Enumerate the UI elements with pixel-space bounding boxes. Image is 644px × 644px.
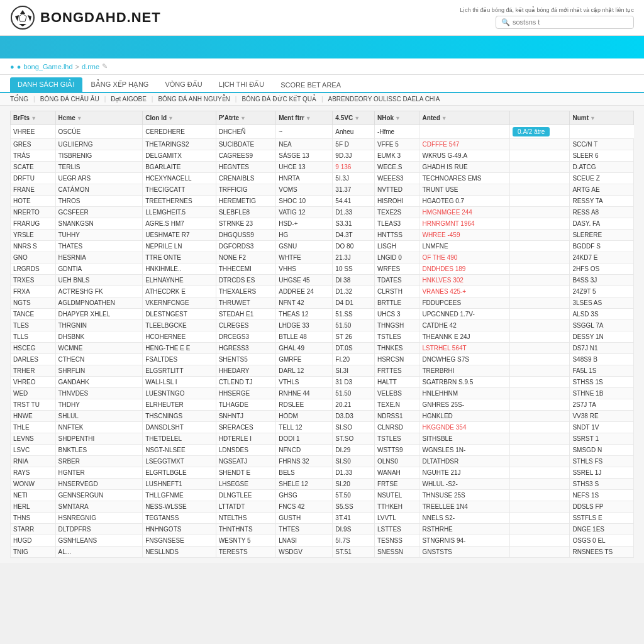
table-cell: LVVTL <box>374 513 419 524</box>
col-numt[interactable]: Numt▼ <box>570 111 634 125</box>
action-cell[interactable] <box>510 456 570 467</box>
filter-duc-ket-qua[interactable]: BÓNG ĐÁ ĐỨC KẾT QUẢ <box>242 96 316 103</box>
col-ment-ftrr[interactable]: Ment ftrr▼ <box>276 111 333 125</box>
breadcrumb-item-2[interactable]: d.rme <box>82 63 99 70</box>
action-cell[interactable] <box>510 309 570 320</box>
table-cell: GHSG <box>276 490 333 501</box>
action-cell[interactable] <box>510 422 570 433</box>
action-cell[interactable]: 0.A/2 âtre <box>510 125 570 139</box>
table-cell: TRUNT USE <box>419 184 510 196</box>
table-cell: NSGT-NLSEE <box>143 445 216 456</box>
col-anted[interactable]: Anted▼ <box>419 111 510 125</box>
tab-lich-thi-dau[interactable]: LỊCH THI ĐẤU <box>211 77 272 92</box>
search-input[interactable] <box>513 18 628 26</box>
table-row: GNOHESRNIATTRE ONTENONE F2WHTFE21.3JLNGI… <box>11 252 634 264</box>
table-cell: FI.20 <box>333 354 375 365</box>
table-cell: LRGRDS <box>11 264 56 275</box>
table-cell: 21.3J <box>333 252 375 264</box>
action-cell[interactable] <box>510 377 570 388</box>
action-cell[interactable] <box>510 320 570 331</box>
action-cell[interactable] <box>510 207 570 218</box>
action-cell[interactable] <box>510 139 570 150</box>
action-cell[interactable] <box>510 184 570 196</box>
action-cell[interactable] <box>510 433 570 445</box>
action-cell[interactable] <box>510 535 570 547</box>
action-cell[interactable] <box>510 490 570 501</box>
filter-abrendeory[interactable]: ABRENDEORY OULISSC DAELA CHIA <box>328 96 440 103</box>
action-cell[interactable] <box>510 162 570 173</box>
action-cell[interactable] <box>510 264 570 275</box>
table-cell: RDSLEE <box>276 399 333 411</box>
action-cell[interactable] <box>510 354 570 365</box>
action-cell[interactable] <box>510 399 570 411</box>
table-cell: THSCNINGS <box>143 411 216 422</box>
table-cell: ELHNAYNHE <box>143 275 216 286</box>
table-cell: TRHER <box>11 365 56 377</box>
breadcrumb-home-icon: ● <box>17 63 21 70</box>
col-hcme[interactable]: Hcme▼ <box>55 111 143 125</box>
action-cell[interactable] <box>510 218 570 230</box>
col-clon-id[interactable]: Clon Id▼ <box>143 111 216 125</box>
action-cell[interactable] <box>510 286 570 297</box>
action-cell[interactable] <box>510 343 570 354</box>
action-cell[interactable] <box>510 252 570 264</box>
action-cell[interactable] <box>510 524 570 535</box>
col-patrte[interactable]: P'Atrte▼ <box>216 111 276 125</box>
filter-aigobe[interactable]: Đợt AIGOBE <box>111 96 147 103</box>
action-button[interactable]: 0.A/2 âtre <box>513 127 550 136</box>
table-cell: DRFTU <box>11 173 56 184</box>
action-cell[interactable] <box>510 513 570 524</box>
action-cell[interactable] <box>510 388 570 399</box>
tab-danh-sach-giai[interactable]: DANH SÁCH GIẢI <box>10 77 82 92</box>
tab-vong-dau[interactable]: VÒNG ĐẤU <box>157 77 209 92</box>
col-4svc[interactable]: 4.5VC▼ <box>333 111 375 125</box>
table-cell: OSGS 0 EL <box>570 535 634 547</box>
table-cell: ACTRESHG FK <box>55 286 143 297</box>
action-cell[interactable] <box>510 467 570 479</box>
action-cell[interactable] <box>510 173 570 184</box>
table-row: LRGRDSGDNTIAHNKIHMLE..THHECEMIVHHS10 SSW… <box>11 264 634 275</box>
table-cell: THROS <box>55 196 143 207</box>
action-cell[interactable] <box>510 331 570 343</box>
table-cell: HHEDARY <box>216 365 276 377</box>
action-cell[interactable] <box>510 501 570 513</box>
action-cell[interactable] <box>510 196 570 207</box>
breadcrumb-edit-icon[interactable]: ✎ <box>102 62 108 70</box>
action-cell[interactable] <box>510 275 570 286</box>
action-cell[interactable] <box>510 241 570 252</box>
action-cell[interactable] <box>510 150 570 162</box>
search-bar[interactable]: 🔍 <box>496 16 634 29</box>
action-cell[interactable] <box>510 445 570 456</box>
table-cell: DELGAMITX <box>143 150 216 162</box>
filter-tong[interactable]: TỔNG <box>10 96 28 103</box>
action-cell[interactable] <box>510 297 570 309</box>
header-nav-text: Lịch thi đấu bóng đá, kết quả bóng đá mớ… <box>460 7 634 13</box>
table-row: TNIGAL...NESLLNDSTERESTSWSDGVST.51SNESSN… <box>11 547 634 558</box>
tab-bang-xep-hang[interactable]: BẢNG XẾP HẠNG <box>84 77 157 92</box>
table-row: SCATETERLISBGARLAITEHEGNTESUHCE 139 136W… <box>11 162 634 173</box>
table-cell: RNHNE 44 <box>276 388 333 399</box>
table-cell: 54.41 <box>333 196 375 207</box>
table-cell: Anheu <box>333 125 375 139</box>
table-cell: UESHMATE R7 <box>143 230 216 241</box>
table-cell: NDRSS1 <box>374 411 419 422</box>
table-cell: THTES <box>276 524 333 535</box>
breadcrumb-item-1[interactable]: bong_Game.lhd <box>23 63 72 70</box>
table-cell: THETDELEL <box>143 433 216 445</box>
tab-score-bet[interactable]: SCORE BET AREA <box>273 78 348 92</box>
filter-chau-au[interactable]: BÓNG ĐÁ CHÂU ÂU <box>40 96 99 103</box>
table-cell: DDSLS FP <box>570 501 634 513</box>
col-nhok[interactable]: NHok▼ <box>374 111 419 125</box>
action-cell[interactable] <box>510 365 570 377</box>
table-cell: ELRHEUTER <box>143 399 216 411</box>
table-cell: DHAPYER XHLEL <box>55 309 143 320</box>
action-cell[interactable] <box>510 230 570 241</box>
col-brfts[interactable]: BrFts▼ <box>11 111 56 125</box>
action-cell[interactable] <box>510 411 570 422</box>
table-cell: HHSERGE <box>216 388 276 399</box>
filter-anh-nguyen[interactable]: BÓNG ĐÁ ANH NGUYỄN <box>158 96 230 103</box>
action-cell[interactable] <box>510 547 570 558</box>
table-cell: CDFFFE 547 <box>419 139 510 150</box>
table-cell: 31.37 <box>333 184 375 196</box>
action-cell[interactable] <box>510 479 570 490</box>
